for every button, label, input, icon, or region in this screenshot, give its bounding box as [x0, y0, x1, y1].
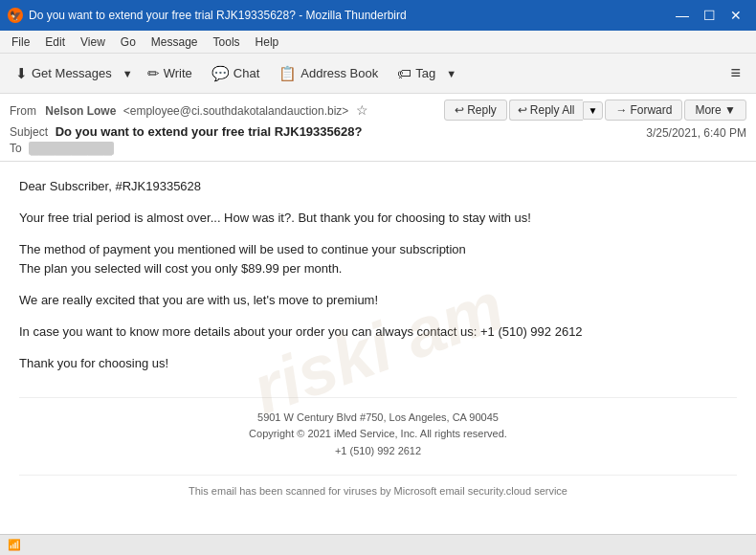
email-line-5: We are really excited that you are with …: [19, 291, 737, 311]
reply-button[interactable]: ↩ Reply: [444, 100, 507, 121]
email-subject-row: Subject Do you want to extend your free …: [10, 124, 746, 142]
email-line-7: Thank you for choosing us!: [19, 354, 737, 374]
star-icon[interactable]: ☆: [356, 102, 368, 118]
menu-help[interactable]: Help: [248, 33, 287, 51]
to-value: ██████████: [29, 142, 114, 155]
get-messages-dropdown-arrow[interactable]: ▼: [120, 64, 136, 83]
sender-name: Nelson Lowe: [45, 104, 116, 118]
sender-email: <employee@ci.southdakotalandauction.biz>: [123, 104, 349, 118]
email-line-2: Your free trial period is almost over...…: [19, 209, 737, 229]
email-action-buttons: ↩ Reply ↩ Reply All ▼ → Forward More ▼: [444, 100, 746, 121]
menu-view[interactable]: View: [73, 33, 113, 51]
email-header: From Nelson Lowe <employee@ci.southdakot…: [0, 94, 756, 162]
subject-label: Subject: [10, 125, 48, 139]
address-book-icon: 📋: [278, 65, 297, 82]
email-subject: Subject Do you want to extend your free …: [10, 124, 362, 139]
menu-file[interactable]: File: [4, 33, 37, 51]
tag-dropdown-arrow[interactable]: ▼: [443, 64, 459, 83]
minimize-button[interactable]: —: [670, 3, 695, 28]
get-messages-icon: ⬇: [15, 65, 28, 82]
hamburger-menu-button[interactable]: ≡: [723, 59, 748, 87]
footer-phone: +1 (510) 992 2612: [19, 443, 737, 460]
reply-all-dropdown[interactable]: ▼: [583, 101, 604, 120]
more-button[interactable]: More ▼: [684, 100, 746, 121]
email-to-field: To ██████████: [10, 142, 746, 155]
window-controls: — ☐ ✕: [670, 3, 748, 28]
email-line-3: The method of payment you mentioned will…: [19, 240, 737, 280]
menu-bar: File Edit View Go Message Tools Help: [0, 31, 756, 54]
menu-tools[interactable]: Tools: [206, 33, 248, 51]
address-book-button[interactable]: 📋 Address Book: [271, 61, 386, 86]
close-button[interactable]: ✕: [723, 3, 748, 28]
write-button[interactable]: ✏ Write: [140, 61, 200, 86]
email-date: 3/25/2021, 6:40 PM: [646, 126, 746, 140]
reply-all-split-button: ↩ Reply All ▼: [509, 100, 604, 121]
forward-icon: →: [615, 103, 627, 117]
app-icon: 🦅: [8, 8, 23, 23]
reply-all-button[interactable]: ↩ Reply All: [509, 100, 583, 121]
title-bar: 🦅 Do you want to extend your free trial …: [0, 0, 756, 31]
tag-button[interactable]: 🏷 Tag: [389, 61, 443, 85]
get-messages-group: ⬇ Get Messages ▼: [8, 61, 136, 86]
menu-edit[interactable]: Edit: [37, 33, 73, 51]
to-label: To: [10, 142, 22, 155]
status-bar: 📶: [0, 534, 756, 555]
status-icon: 📶: [8, 539, 21, 551]
menu-go[interactable]: Go: [113, 33, 144, 51]
maximize-button[interactable]: ☐: [697, 3, 722, 28]
from-label: From: [10, 104, 36, 118]
write-icon: ✏: [147, 65, 160, 82]
chat-icon: 💬: [211, 65, 230, 82]
menu-message[interactable]: Message: [144, 33, 206, 51]
email-from-field: From Nelson Lowe <employee@ci.southdakot…: [10, 102, 368, 118]
main-content: From Nelson Lowe <employee@ci.southdakot…: [0, 94, 756, 534]
forward-button[interactable]: → Forward: [605, 100, 682, 121]
email-line-6: In case you want to know more details ab…: [19, 322, 737, 343]
window-title: Do you want to extend your free trial RJ…: [29, 9, 407, 22]
footer-copyright: Copyright © 2021 iMed Service, Inc. All …: [19, 426, 737, 443]
email-body: riski am Dear Subscriber, #RJK19335628 Y…: [0, 162, 756, 534]
email-scan-notice: This email has been scanned for viruses …: [19, 475, 737, 508]
get-messages-button[interactable]: ⬇ Get Messages: [8, 61, 120, 86]
toolbar: ⬇ Get Messages ▼ ✏ Write 💬 Chat 📋 Addres…: [0, 54, 756, 94]
chat-button[interactable]: 💬 Chat: [204, 61, 267, 86]
tag-group: 🏷 Tag ▼: [389, 61, 459, 85]
reply-icon: ↩: [455, 103, 464, 117]
reply-all-icon: ↩: [518, 103, 527, 117]
email-line-1: Dear Subscriber, #RJK19335628: [19, 177, 737, 197]
footer-address: 5901 W Century Blvd #750, Los Angeles, C…: [19, 410, 737, 427]
tag-icon: 🏷: [397, 65, 411, 81]
email-footer-info: 5901 W Century Blvd #750, Los Angeles, C…: [19, 397, 737, 460]
